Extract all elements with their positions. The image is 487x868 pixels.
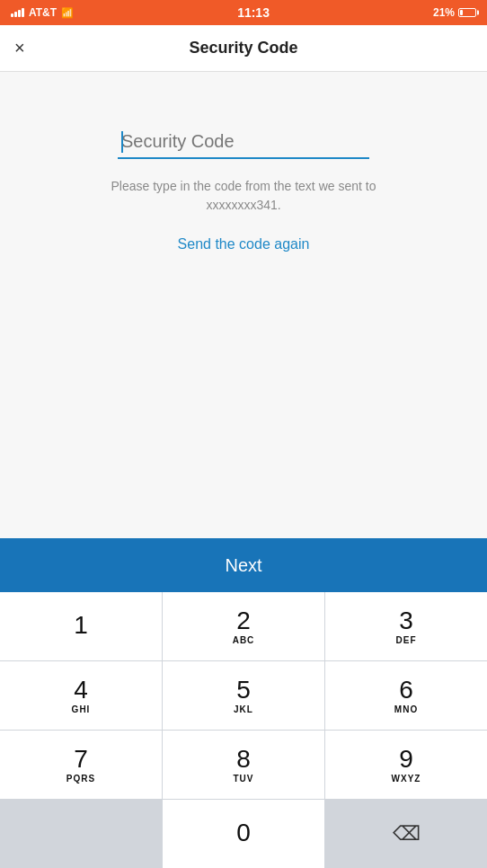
status-left: AT&T 📶 bbox=[11, 6, 74, 19]
key-3[interactable]: 3 DEF bbox=[325, 592, 487, 660]
battery-icon bbox=[458, 8, 476, 17]
status-bar: AT&T 📶 11:13 21% bbox=[0, 0, 487, 25]
key-6[interactable]: 6 MNO bbox=[325, 661, 487, 730]
status-right: 21% bbox=[433, 6, 476, 19]
key-9[interactable]: 9 WXYZ bbox=[325, 731, 487, 799]
key-delete[interactable]: ⌫ bbox=[325, 800, 487, 868]
key-5[interactable]: 5 JKL bbox=[163, 661, 324, 730]
resend-code-link[interactable]: Send the code again bbox=[178, 236, 310, 252]
signal-icon bbox=[11, 8, 24, 17]
close-button[interactable]: × bbox=[14, 38, 25, 58]
battery-percent: 21% bbox=[433, 6, 455, 19]
next-button-label: Next bbox=[225, 555, 261, 576]
security-code-input[interactable] bbox=[118, 126, 369, 157]
status-time: 11:13 bbox=[237, 5, 270, 20]
wifi-icon: 📶 bbox=[61, 7, 74, 19]
key-4[interactable]: 4 GHI bbox=[0, 661, 162, 730]
backspace-icon: ⌫ bbox=[393, 822, 421, 846]
next-button[interactable]: Next bbox=[0, 538, 487, 592]
carrier-label: AT&T bbox=[29, 6, 57, 19]
text-cursor bbox=[121, 131, 123, 153]
help-text: Please type in the code from the text we… bbox=[109, 177, 378, 215]
key-7[interactable]: 7 PQRS bbox=[0, 731, 162, 799]
page-title: Security Code bbox=[189, 39, 297, 58]
key-1[interactable]: 1 bbox=[0, 592, 162, 660]
key-0[interactable]: 0 bbox=[163, 800, 324, 868]
keypad: 1 2 ABC 3 DEF 4 GHI 5 JKL 6 MNO 7 PQRS 8… bbox=[0, 592, 487, 868]
key-8[interactable]: 8 TUV bbox=[163, 731, 324, 799]
key-2[interactable]: 2 ABC bbox=[163, 592, 324, 660]
key-empty bbox=[0, 800, 162, 868]
main-content: Please type in the code from the text we… bbox=[0, 72, 487, 538]
nav-bar: × Security Code bbox=[0, 25, 487, 72]
security-input-container bbox=[118, 126, 369, 159]
